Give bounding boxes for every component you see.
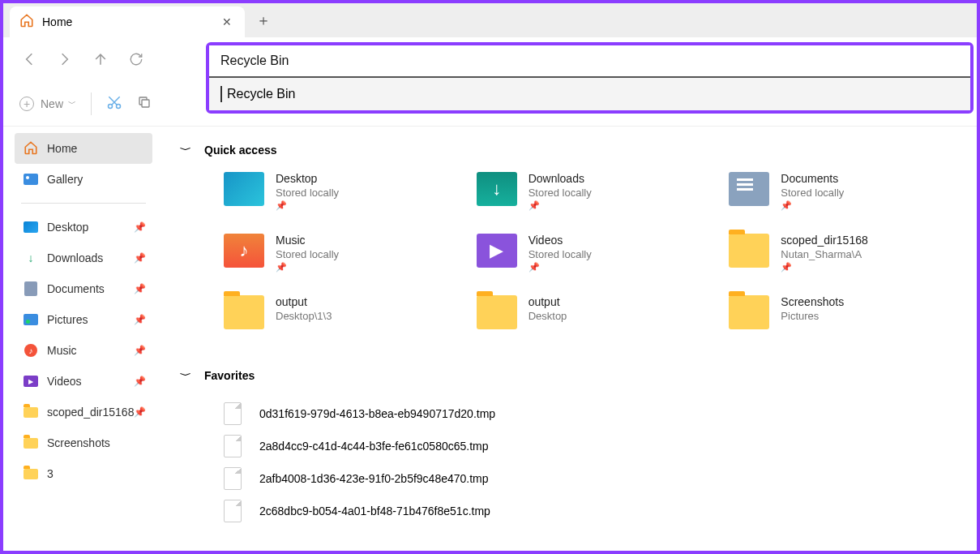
chevron-down-icon: ﹀ [180, 145, 191, 156]
sidebar-item-label: Screenshots [47, 436, 110, 449]
quick-access-item[interactable]: outputDesktop\1\3 [224, 295, 460, 346]
favorite-item[interactable]: 0d31f619-979d-4613-b8ea-eb9490717d20.tmp [224, 397, 965, 430]
sidebar-item-label: Documents [47, 282, 105, 295]
favorite-item[interactable]: 2afb4008-1d36-423e-91f0-2b5f9c48e470.tmp [224, 462, 965, 495]
sidebar-item-label: Music [47, 344, 77, 357]
sidebar-item[interactable]: ↓Downloads📌 [15, 243, 152, 273]
tab-title: Home [42, 15, 219, 28]
address-bar-overlay: Recycle Bin [206, 42, 974, 114]
folder-icon: ▶ [477, 234, 517, 268]
sidebar-item-label: Desktop [47, 221, 88, 234]
item-name: Desktop [276, 172, 339, 185]
cut-icon[interactable] [106, 94, 122, 114]
item-name: scoped_dir15168 [781, 234, 867, 247]
content-area: ﹀ Quick access DesktopStored locally📌↓Do… [164, 127, 977, 551]
pin-icon: 📌 [134, 252, 146, 264]
item-subtitle: Stored locally [276, 187, 339, 199]
folder-icon [729, 234, 769, 268]
sidebar-item[interactable]: ▶Videos📌 [15, 366, 152, 397]
sidebar-item-label: Downloads [47, 251, 103, 264]
sidebar-item[interactable]: 3 [15, 458, 152, 489]
close-tab-button[interactable]: ✕ [219, 12, 235, 32]
tab-home[interactable]: Home ✕ [10, 6, 245, 37]
file-name: 2a8d4cc9-c41d-4c44-b3fe-fe61c0580c65.tmp [259, 440, 489, 453]
sidebar-item[interactable]: Screenshots [15, 427, 152, 458]
toolbar-separator [91, 92, 92, 115]
item-subtitle: Stored locally [529, 187, 592, 199]
file-name: 0d31f619-979d-4613-b8ea-eb9490717d20.tmp [259, 407, 495, 420]
folder-icon [729, 172, 769, 206]
forward-button[interactable] [47, 41, 83, 77]
up-button[interactable] [83, 41, 118, 77]
sidebar-divider [21, 203, 146, 204]
documents-icon [24, 281, 37, 296]
desktop-icon [24, 221, 38, 233]
quick-access-item[interactable]: outputDesktop [477, 295, 713, 346]
item-name: output [529, 295, 567, 308]
sidebar-item-home[interactable]: Home [15, 133, 152, 164]
download-icon: ↓ [28, 251, 34, 264]
home-icon [19, 13, 34, 31]
chevron-down-icon: ﹀ [68, 98, 76, 110]
sidebar-item-gallery[interactable]: Gallery [15, 164, 152, 195]
videos-icon: ▶ [24, 376, 38, 387]
sidebar-item-label: Gallery [47, 173, 83, 186]
favorite-item[interactable]: 2a8d4cc9-c41d-4c44-b3fe-fe61c0580c65.tmp [224, 430, 965, 462]
favorites-header[interactable]: ﹀ Favorites [180, 368, 965, 383]
sidebar-item-label: scoped_dir15168 [47, 406, 134, 419]
refresh-button[interactable] [118, 41, 154, 77]
folder-icon [24, 407, 38, 418]
item-subtitle: Desktop\1\3 [276, 310, 332, 322]
favorites-label: Favorites [204, 369, 255, 382]
quick-access-item[interactable]: DocumentsStored locally📌 [729, 172, 965, 222]
sidebar-item-label: Videos [47, 375, 82, 388]
item-subtitle: Stored locally [781, 187, 844, 199]
pin-icon: 📌 [529, 200, 592, 211]
sidebar-item[interactable]: scoped_dir15168📌 [15, 397, 152, 427]
add-tab-button[interactable]: ＋ [245, 11, 282, 30]
file-icon [224, 402, 242, 425]
svg-point-1 [117, 104, 121, 108]
pin-icon: 📌 [134, 221, 146, 233]
new-button[interactable]: + New ﹀ [19, 97, 76, 111]
svg-rect-2 [142, 100, 149, 107]
copy-icon[interactable] [137, 95, 152, 113]
music-icon: ♪ [24, 344, 37, 357]
quick-access-item[interactable]: DesktopStored locally📌 [224, 172, 460, 222]
file-icon [224, 500, 242, 522]
file-icon [224, 435, 242, 457]
item-name: Videos [529, 234, 592, 247]
quick-access-item[interactable]: ↓DownloadsStored locally📌 [477, 172, 713, 222]
sidebar-item[interactable]: Desktop📌 [15, 212, 152, 243]
folder-icon [24, 438, 38, 449]
sidebar: HomeGallery Desktop📌↓Downloads📌Documents… [3, 127, 164, 551]
quick-access-item[interactable]: ScreenshotsPictures [729, 295, 965, 346]
file-name: 2afb4008-1d36-423e-91f0-2b5f9c48e470.tmp [259, 472, 489, 485]
item-subtitle: Stored locally [276, 248, 339, 260]
title-bar: Home ✕ ＋ [3, 3, 977, 37]
item-name: output [276, 295, 332, 308]
pin-icon: 📌 [781, 200, 844, 211]
folder-icon: ♪ [224, 234, 264, 268]
gallery-icon [24, 174, 38, 185]
quick-access-item[interactable]: scoped_dir15168Nutan_Sharma\A📌 [729, 234, 965, 284]
sidebar-item[interactable]: ♪Music📌 [15, 335, 152, 366]
sidebar-item[interactable]: Documents📌 [15, 273, 152, 304]
address-suggestion[interactable]: Recycle Bin [209, 78, 970, 110]
plus-icon: + [19, 97, 34, 111]
item-name: Documents [781, 172, 844, 185]
back-button[interactable] [11, 41, 47, 77]
item-name: Downloads [529, 172, 592, 185]
item-subtitle: Desktop [529, 310, 567, 322]
quick-access-header[interactable]: ﹀ Quick access [180, 143, 965, 157]
item-name: Screenshots [781, 295, 844, 308]
sidebar-item[interactable]: Pictures📌 [15, 304, 152, 335]
favorite-item[interactable]: 2c68dbc9-b054-4a01-bf48-71b476f8e51c.tmp [224, 495, 965, 527]
pin-icon: 📌 [276, 262, 339, 273]
folder-icon [729, 295, 769, 329]
quick-access-item[interactable]: ▶VideosStored locally📌 [477, 234, 713, 284]
quick-access-item[interactable]: ♪MusicStored locally📌 [224, 234, 460, 284]
suggestion-text: Recycle Bin [227, 87, 295, 101]
file-icon [224, 467, 242, 490]
address-input[interactable] [209, 45, 970, 78]
